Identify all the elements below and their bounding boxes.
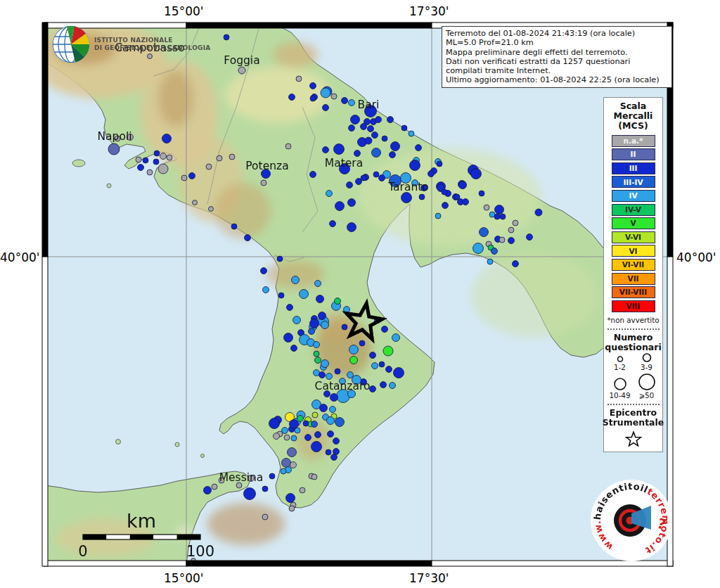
city-label-messina: Messina	[219, 471, 264, 484]
haisentitoilterremoto-logo: www.haisentitoilterremoto.it ?	[589, 478, 674, 563]
report-dot-III	[391, 142, 400, 151]
report-dot-IV	[473, 243, 484, 254]
report-dot-III	[428, 171, 435, 177]
report-dot-III	[315, 432, 321, 438]
city-label-catanzaro: Catanzaro	[315, 380, 371, 392]
report-dot-III	[162, 134, 172, 143]
report-dot-III	[320, 404, 328, 412]
report-dot-IV	[409, 131, 414, 136]
report-dot-III-IV	[311, 421, 318, 428]
report-dot-III-IV	[309, 328, 315, 335]
mcs-swatch-II: II	[612, 148, 655, 160]
report-dot-III	[401, 193, 412, 203]
report-dot-IV	[347, 372, 354, 378]
report-dot-III	[310, 96, 316, 101]
event-title: Terremoto del 01-08-2024 21:43:19 (ora l…	[446, 29, 668, 48]
ingv-logo: ISTITUTO NAZIONALE DI GEOFISICA E VULCAN…	[52, 25, 210, 63]
legend-divider	[608, 404, 660, 405]
report-dot-IV	[314, 342, 320, 348]
report-dot-II	[282, 459, 291, 468]
report-dot-III	[342, 98, 348, 104]
report-dot-IV	[487, 259, 493, 264]
report-dot-IV	[281, 468, 286, 474]
mcs-swatch-V-VI: V-VI	[612, 231, 655, 243]
report-dot-III	[328, 431, 334, 437]
report-dot-II	[108, 143, 120, 155]
report-dot-na	[160, 153, 167, 160]
mcs-swatch-VI-VII: VI-VII	[612, 259, 655, 271]
report-dot-IV	[326, 373, 333, 380]
report-dot-IV	[435, 213, 441, 219]
scale-start: 0	[78, 543, 87, 560]
report-dot-III	[311, 442, 322, 452]
lon-label-bottom-left: 15°00'	[164, 571, 203, 585]
report-dot-na	[262, 514, 268, 520]
legend-divider	[608, 328, 660, 330]
report-dot-III	[370, 352, 376, 359]
report-dot-III	[291, 345, 297, 352]
report-dot-III	[386, 366, 392, 373]
report-dot-na	[212, 484, 217, 490]
report-dot-III	[262, 486, 268, 492]
report-dot-III	[495, 205, 504, 215]
report-dot-na	[136, 157, 141, 162]
report-dot-IV-V	[297, 416, 304, 422]
report-dot-na	[217, 155, 222, 161]
report-dot-na	[238, 67, 245, 74]
report-dot-na	[285, 143, 291, 149]
report-dot-III	[310, 319, 319, 328]
report-dot-III	[245, 235, 251, 241]
report-dot-na	[274, 433, 280, 440]
report-dot-III	[286, 494, 295, 503]
report-dot-III	[287, 305, 293, 311]
report-dot-III	[416, 145, 422, 151]
report-dot-III	[349, 125, 355, 132]
report-dot-III	[323, 147, 329, 153]
report-dot-IV	[321, 321, 329, 329]
report-dot-III	[419, 194, 425, 200]
report-dot-III-IV	[480, 228, 489, 237]
report-dot-na	[181, 175, 187, 181]
report-dot-III	[494, 214, 500, 219]
report-dot-na	[290, 462, 297, 468]
questionnaire-size-1-2: 1-2	[607, 352, 634, 371]
report-dot-III	[231, 224, 237, 229]
mcs-swatch-III-IV: III-IV	[612, 176, 655, 188]
mcs-swatch-IV-V: IV-V	[612, 204, 655, 216]
report-dot-III	[373, 172, 379, 177]
report-dot-III	[316, 295, 324, 303]
report-dot-na	[499, 237, 505, 243]
report-dot-III	[479, 191, 484, 196]
report-dot-III	[463, 199, 469, 205]
report-dot-na	[289, 506, 295, 511]
report-dot-III	[387, 117, 394, 123]
report-dot-III	[347, 223, 356, 232]
report-dot-na	[147, 170, 153, 175]
report-dot-IV-V	[315, 357, 321, 364]
report-dot-na	[331, 94, 337, 99]
report-dot-na	[300, 487, 305, 493]
lon-label-top-left: 15°00'	[164, 4, 203, 18]
report-dot-IV	[392, 334, 400, 342]
legend-panel: Scala Mercalli (MCS) n.a.*IIIIIIII-IVIVI…	[603, 97, 663, 452]
report-dot-III	[143, 158, 148, 163]
report-dot-na	[284, 435, 290, 440]
lon-label-bottom-right: 17°30'	[409, 571, 449, 585]
report-dot-III	[401, 125, 407, 131]
report-dot-III	[382, 136, 387, 141]
report-dot-IV-V	[335, 298, 341, 305]
city-label-bari: Bari	[358, 98, 380, 111]
report-dot-III	[508, 238, 515, 244]
report-dot-III	[471, 169, 482, 179]
report-dot-IV	[291, 435, 297, 441]
questionnaire-legend-title: Numero questionari	[605, 333, 661, 352]
epicenter-star-icon	[624, 430, 643, 447]
report-dot-III	[326, 449, 331, 455]
scale-unit: km	[127, 510, 156, 532]
questionnaire-size-key: 1-23-910-49⩾50	[607, 352, 660, 400]
ingv-wordmark: ISTITUTO NAZIONALE DI GEOFISICA E VULCAN…	[94, 37, 210, 52]
report-dot-III	[365, 137, 372, 144]
report-dot-II	[288, 448, 297, 457]
report-dot-III	[153, 159, 159, 165]
report-dot-na	[209, 207, 214, 212]
